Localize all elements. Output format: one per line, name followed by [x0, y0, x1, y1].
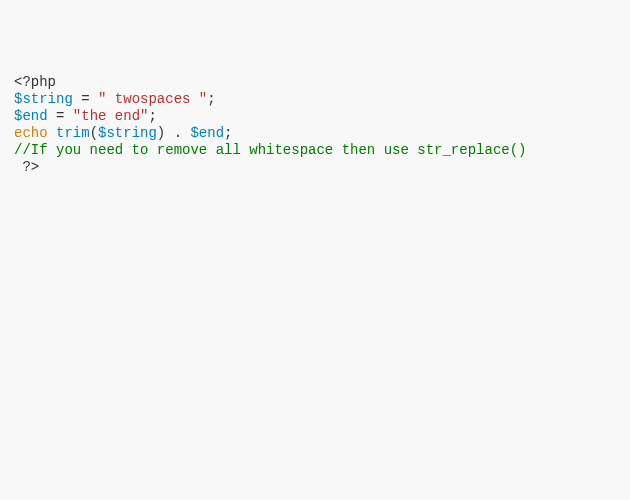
code-line-1: <?php — [14, 74, 616, 91]
code-line-2: $string = " twospaces "; — [14, 91, 616, 108]
comment: //If you need to remove all whitespace t… — [14, 142, 526, 158]
php-open-tag: <?php — [14, 74, 56, 90]
semicolon: ; — [224, 125, 232, 141]
code-line-6: ?> — [14, 159, 616, 176]
op-eq: = — [48, 108, 73, 124]
var-string-arg: $string — [98, 125, 157, 141]
op-eq: = — [73, 91, 98, 107]
code-line-3: $end = "the end"; — [14, 108, 616, 125]
code-line-4: echo trim($string) . $end; — [14, 125, 616, 142]
semicolon: ; — [207, 91, 215, 107]
code-line-5: //If you need to remove all whitespace t… — [14, 142, 616, 159]
string-literal: " twospaces " — [98, 91, 207, 107]
code-block: <?php$string = " twospaces ";$end = "the… — [14, 74, 616, 176]
string-literal: "the end" — [73, 108, 149, 124]
space — [48, 125, 56, 141]
var-end-arg: $end — [190, 125, 224, 141]
paren-open: ( — [90, 125, 98, 141]
op-concat: . — [165, 125, 190, 141]
var-string: $string — [14, 91, 73, 107]
func-trim: trim — [56, 125, 90, 141]
keyword-echo: echo — [14, 125, 48, 141]
var-end: $end — [14, 108, 48, 124]
semicolon: ; — [148, 108, 156, 124]
php-close-tag: ?> — [14, 159, 39, 175]
paren-close: ) — [157, 125, 165, 141]
